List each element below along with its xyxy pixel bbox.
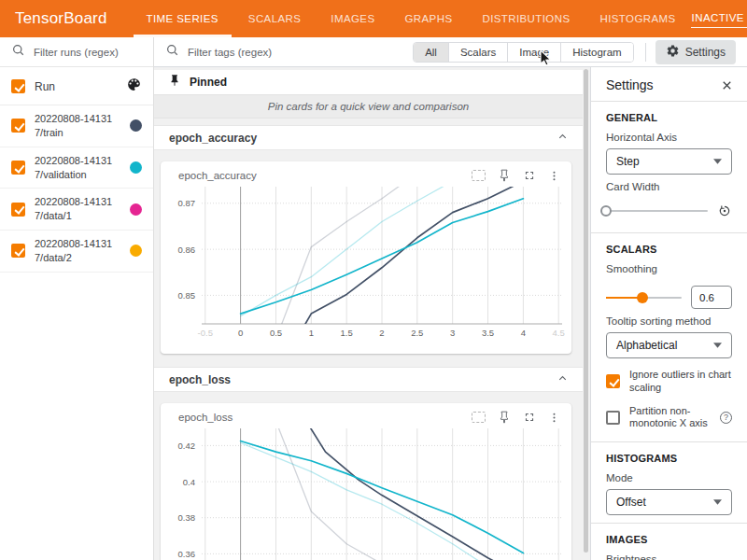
- images-heading: IMAGES: [606, 534, 732, 545]
- run-status-select[interactable]: INACTIVE: [691, 10, 747, 28]
- tensorboard-app: TensorBoard TIME SERIESSCALARSIMAGESGRAP…: [0, 0, 747, 560]
- card-width-slider[interactable]: [606, 210, 708, 212]
- pin-card-icon[interactable]: [498, 411, 511, 424]
- ignore-outliers-checkbox[interactable]: [606, 374, 620, 388]
- settings-button[interactable]: Settings: [655, 40, 736, 64]
- partition-x-label: Partition non-monotonic X axis: [629, 405, 711, 431]
- vertical-scrollbar[interactable]: [583, 67, 590, 560]
- pinned-title: Pinned: [190, 76, 227, 89]
- run-row[interactable]: 20220808-141317/data/2: [0, 231, 153, 273]
- tags-filter-input[interactable]: [188, 47, 374, 58]
- card-width-label: Card Width: [606, 181, 732, 192]
- chart-title: epoch_accuracy: [178, 170, 472, 181]
- svg-text:1: 1: [309, 328, 314, 338]
- chart-card-epoch-loss: epoch_loss: [161, 403, 571, 560]
- pinned-section-header[interactable]: Pinned: [154, 70, 583, 95]
- svg-text:4.5: 4.5: [553, 328, 565, 338]
- run-row[interactable]: 20220808-141317/data/1: [0, 189, 153, 231]
- section-title: epoch_accuracy: [169, 132, 257, 145]
- scalars-heading: SCALARS: [606, 244, 732, 255]
- svg-text:4: 4: [521, 328, 526, 338]
- data-selection-icon[interactable]: [472, 412, 486, 423]
- horizontal-axis-select[interactable]: Step: [606, 148, 732, 175]
- slider-thumb[interactable]: [637, 292, 648, 303]
- data-selection-icon[interactable]: [472, 170, 486, 181]
- svg-text:0: 0: [238, 328, 243, 338]
- palette-icon[interactable]: [126, 77, 142, 96]
- slider-thumb[interactable]: [600, 205, 612, 217]
- tensorboard-logo: TensorBoard: [0, 9, 107, 28]
- svg-text:2.5: 2.5: [411, 328, 423, 338]
- run-row[interactable]: 20220808-141317/validation: [0, 147, 153, 189]
- close-icon[interactable]: [720, 78, 734, 92]
- svg-text:3: 3: [450, 328, 455, 338]
- section-epoch-accuracy[interactable]: epoch_accuracy: [154, 125, 583, 150]
- filter-all[interactable]: All: [414, 43, 448, 62]
- settings-histograms-section: HISTOGRAMS Mode Offset: [591, 442, 747, 523]
- pin-card-icon[interactable]: [498, 169, 511, 182]
- reset-icon[interactable]: [717, 203, 732, 218]
- run-name: 20220808-141317/train: [35, 112, 120, 140]
- histogram-mode-value: Offset: [616, 496, 646, 509]
- run-checkbox[interactable]: [11, 244, 25, 258]
- line-chart-svg[interactable]: 0.850.860.87-0.500.511.522.533.544.5: [164, 184, 570, 344]
- filter-histogram[interactable]: Histogram: [560, 43, 632, 62]
- svg-text:0.42: 0.42: [178, 441, 196, 451]
- chart-title: epoch_loss: [178, 412, 472, 423]
- cards-area: Pinned Pin cards for a quick view and co…: [154, 67, 583, 560]
- runs-column-label: Run: [35, 80, 117, 93]
- chevron-up-icon[interactable]: [557, 371, 569, 388]
- runs-list: 20220808-141317/train20220808-141317/val…: [0, 105, 153, 273]
- partition-x-checkbox[interactable]: [606, 411, 620, 425]
- filter-scalars[interactable]: Scalars: [448, 43, 507, 62]
- svg-text:-0.5: -0.5: [198, 328, 213, 338]
- run-checkbox[interactable]: [11, 203, 25, 217]
- svg-text:3.5: 3.5: [482, 328, 494, 338]
- section-epoch-loss[interactable]: epoch_loss: [154, 367, 583, 392]
- run-color-dot: [130, 203, 142, 216]
- scrollbar-thumb[interactable]: [584, 69, 588, 553]
- tab-scalars[interactable]: SCALARS: [247, 0, 303, 37]
- epoch-accuracy-chart[interactable]: 0.850.860.87-0.500.511.522.533.544.5: [161, 182, 571, 348]
- svg-text:0.87: 0.87: [178, 198, 196, 208]
- run-checkbox[interactable]: [11, 161, 25, 175]
- chevron-up-icon[interactable]: [557, 130, 569, 147]
- epoch-loss-chart[interactable]: 0.360.380.40.42-0.500.511.522.533.544.5: [161, 424, 571, 560]
- header-right: INACTIVE ?: [691, 10, 747, 28]
- fullscreen-icon[interactable]: [523, 411, 536, 424]
- smoothing-slider[interactable]: [606, 297, 682, 299]
- filter-image[interactable]: Image: [507, 43, 560, 62]
- gear-icon: [666, 44, 680, 61]
- help-icon[interactable]: ?: [720, 412, 732, 424]
- app-header: TensorBoard TIME SERIESSCALARSIMAGESGRAP…: [0, 0, 747, 37]
- settings-panel-title: Settings: [606, 77, 654, 92]
- line-chart-svg[interactable]: 0.360.380.40.42-0.500.511.522.533.544.5: [164, 426, 570, 560]
- settings-scalars-section: SCALARS Smoothing 0.6 Tooltip sorting me…: [591, 233, 747, 441]
- histogram-mode-select[interactable]: Offset: [606, 489, 732, 515]
- runs-filter-input[interactable]: [34, 47, 142, 58]
- tab-graphs[interactable]: GRAPHS: [402, 0, 454, 37]
- series-line: [241, 443, 488, 560]
- tab-time-series[interactable]: TIME SERIES: [145, 0, 220, 37]
- tooltip-sort-select[interactable]: Alphabetical: [606, 332, 732, 358]
- run-color-dot: [130, 119, 142, 132]
- svg-text:0.36: 0.36: [178, 549, 196, 559]
- more-options-icon[interactable]: [548, 412, 560, 424]
- more-options-icon[interactable]: [548, 170, 560, 182]
- general-heading: GENERAL: [606, 112, 732, 123]
- run-color-dot: [130, 161, 142, 174]
- svg-text:0.4: 0.4: [183, 477, 195, 487]
- tab-distributions[interactable]: DISTRIBUTIONS: [480, 0, 571, 37]
- pin-hint-text: Pin cards for a quick view and compariso…: [154, 95, 583, 119]
- series-line: [303, 184, 523, 329]
- settings-panel: Settings GENERAL Horizontal Axis Step: [590, 67, 747, 560]
- run-checkbox[interactable]: [11, 119, 25, 133]
- search-icon: [165, 43, 179, 61]
- run-row[interactable]: 20220808-141317/train: [0, 105, 153, 147]
- tab-histograms[interactable]: HISTOGRAMS: [598, 0, 677, 37]
- select-all-runs-checkbox[interactable]: [11, 79, 25, 93]
- chart-card-epoch-accuracy: epoch_accuracy: [161, 161, 571, 354]
- tab-images[interactable]: IMAGES: [329, 0, 376, 37]
- smoothing-value-input[interactable]: 0.6: [691, 286, 732, 309]
- fullscreen-icon[interactable]: [523, 169, 536, 182]
